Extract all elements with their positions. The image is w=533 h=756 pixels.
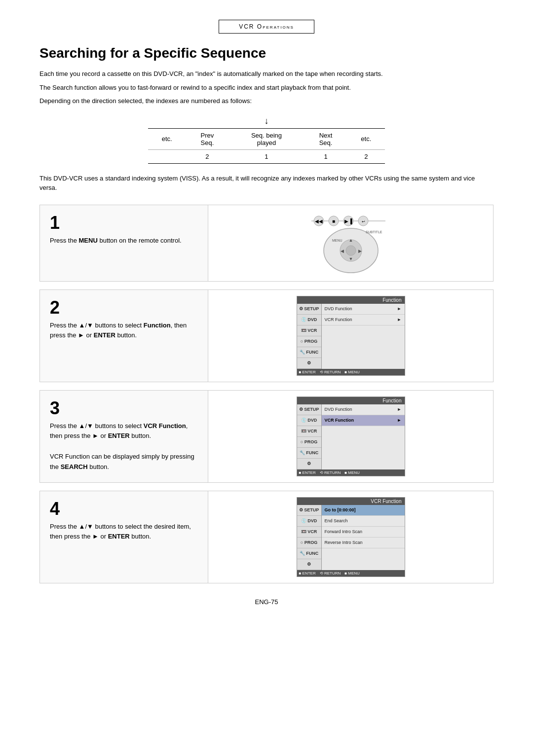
step-4-left: 4 Press the ▲/▼ buttons to select the de… [40, 491, 208, 583]
vcrf-extra: ⚙ [297, 559, 321, 570]
section-label: VCR Operations [219, 20, 314, 34]
vcrf-prog: ○ PROG [297, 538, 321, 548]
seq-cell: NextSeq. [305, 128, 347, 149]
vcr-left-column: ⚙ SETUP 💿 DVD 📼 VCR ○ PROG 🔧 FUNC ⚙ [297, 404, 322, 469]
vcr-function-label: VCR Function [325, 317, 352, 322]
svg-text:◀◀: ◀◀ [315, 218, 323, 224]
vcr-title: Function [297, 397, 405, 404]
function-menu-screen: Function ⚙ SETUP 💿 DVD 📼 VCR ○ PROG 🔧 FU… [297, 296, 405, 376]
menu-title: Function [297, 296, 405, 304]
vcrf-left-column: ⚙ SETUP 💿 DVD 📼 VCR ○ PROG 🔧 FUNC ⚙ [297, 505, 322, 570]
vcr-vcr-function: VCR Function ► [322, 415, 405, 426]
menu-vcr: 📼 VCR [297, 325, 321, 336]
vcrf-reverse-scan: Reverse Intro Scan [322, 538, 405, 548]
vcr-menu: ■ MENU [344, 470, 360, 475]
arrow-down: ↓ [148, 116, 385, 126]
step-1-number: 1 [50, 214, 198, 232]
step-2-left: 2 Press the ▲/▼ buttons to select Functi… [40, 290, 208, 382]
step-3-text: Press the ▲/▼ buttons to select VCR Func… [50, 421, 198, 472]
step-4-text: Press the ▲/▼ buttons to select the desi… [50, 522, 198, 542]
svg-text:◀: ◀ [340, 249, 343, 253]
endsearch-label: End Search [325, 518, 348, 523]
page-title: Searching for a Specific Sequence [39, 45, 494, 61]
vcr-dvd-arrow: ► [397, 407, 402, 412]
vcr-dvd-function: DVD Function ► [322, 404, 405, 415]
page-header: VCR Operations [39, 20, 494, 34]
step-2-number: 2 [50, 299, 198, 317]
seq-cell: Seq. beingplayed [228, 128, 304, 149]
remote-control-icon: ◀◀ ■ ▶▐ ↩ SUBTITLE MENU ▲ ▼ ◀ ▶ [302, 211, 400, 275]
intro-line2: The Search function allows you to fast-f… [39, 83, 494, 93]
seq-num: 1 [305, 149, 347, 163]
enter-label: ■ ENTER [299, 370, 316, 374]
vcr-vcr: 📼 VCR [297, 426, 321, 437]
vcrf-title: VCR Function [297, 498, 405, 505]
step-4-number: 4 [50, 500, 198, 518]
step-2-screen: Function ⚙ SETUP 💿 DVD 📼 VCR ○ PROG 🔧 FU… [208, 290, 493, 382]
svg-point-13 [346, 246, 356, 255]
svg-text:MENU: MENU [332, 239, 343, 242]
step-3-block: 3 Press the ▲/▼ buttons to select VCR Fu… [39, 390, 494, 483]
vcrf-goto: Go to [0:00:00] [322, 505, 405, 516]
svg-text:↩: ↩ [361, 219, 365, 224]
dvd-function-item: DVD Function ► [322, 304, 405, 315]
svg-text:■: ■ [332, 218, 335, 224]
vcr-function-arrow: ► [397, 317, 402, 322]
return-label: ⟲ RETURN [320, 370, 341, 374]
svg-text:▶: ▶ [358, 249, 361, 253]
menu-right-column: DVD Function ► VCR Function ► [322, 304, 405, 369]
vcr-setup: ⚙ SETUP [297, 404, 321, 415]
vcrf-dvd: 💿 DVD [297, 516, 321, 527]
menu-setup: ⚙ SETUP [297, 304, 321, 315]
vcr-function-item: VCR Function ► [322, 315, 405, 325]
vcr-function-menu-screen: Function ⚙ SETUP 💿 DVD 📼 VCR ○ PROG 🔧 FU… [297, 396, 405, 476]
seq-cell: PrevSeq. [186, 128, 228, 149]
reverse-scan-label: Reverse Intro Scan [325, 540, 363, 545]
intro-line1: Each time you record a cassette on this … [39, 69, 494, 79]
vcr-dvd-label: DVD Function [325, 407, 352, 412]
vcr-func: 🔧 FUNC [297, 448, 321, 459]
vcr-extra: ⚙ [297, 459, 321, 469]
vcr-return: ⟲ RETURN [320, 470, 341, 475]
menu-dvd: 💿 DVD [297, 315, 321, 325]
vcrf-setup: ⚙ SETUP [297, 505, 321, 516]
svg-text:SUBTITLE: SUBTITLE [366, 230, 382, 234]
vcrf-endsearch: End Search [322, 516, 405, 527]
viss-description: This DVD-VCR uses a standard indexing sy… [39, 174, 494, 193]
dvd-function-label: DVD Function [325, 306, 352, 311]
menu-extra: ⚙ [297, 358, 321, 369]
step-1-image: ◀◀ ■ ▶▐ ↩ SUBTITLE MENU ▲ ▼ ◀ ▶ [208, 205, 493, 281]
menu-label: ■ MENU [344, 370, 360, 374]
seq-num: 2 [186, 149, 228, 163]
seq-cell: etc. [148, 128, 186, 149]
vcr-dvd: 💿 DVD [297, 415, 321, 426]
vcrf-enter: ■ ENTER [299, 571, 316, 576]
vcrf-menu: ■ MENU [344, 571, 360, 576]
goto-label: Go to [0:00:00] [325, 507, 356, 512]
vcrf-footer: ■ ENTER ⟲ RETURN ■ MENU [297, 570, 405, 576]
svg-text:▼: ▼ [348, 256, 353, 261]
vcrf-return: ⟲ RETURN [320, 571, 341, 576]
step-4-screen: VCR Function ⚙ SETUP 💿 DVD 📼 VCR ○ PROG … [208, 491, 493, 583]
vcr-vcr-arrow: ► [397, 418, 402, 423]
sequence-diagram: ↓ etc. PrevSeq. Seq. beingplayed NextSeq… [148, 116, 385, 164]
step-2-text: Press the ▲/▼ buttons to select Function… [50, 321, 198, 341]
vcr-footer: ■ ENTER ⟲ RETURN ■ MENU [297, 469, 405, 476]
forward-scan-label: Forward Intro Scan [325, 529, 363, 534]
seq-num: 2 [347, 149, 385, 163]
step-3-number: 3 [50, 399, 198, 417]
menu-footer: ■ ENTER ⟲ RETURN ■ MENU [297, 369, 405, 375]
svg-text:▲: ▲ [348, 238, 353, 243]
step-1-left: 1 Press the MENU button on the remote co… [40, 205, 208, 281]
step-3-left: 3 Press the ▲/▼ buttons to select VCR Fu… [40, 391, 208, 482]
vcrf-vcr: 📼 VCR [297, 527, 321, 538]
vcrf-forward-scan: Forward Intro Scan [322, 527, 405, 538]
vcrf-right-column: Go to [0:00:00] End Search Forward Intro… [322, 505, 405, 570]
vcr-prog: ○ PROG [297, 437, 321, 448]
vcr-function-detail-screen: VCR Function ⚙ SETUP 💿 DVD 📼 VCR ○ PROG … [297, 497, 405, 577]
seq-num [148, 149, 186, 163]
step-2-block: 2 Press the ▲/▼ buttons to select Functi… [39, 289, 494, 382]
menu-func: 🔧 FUNC [297, 347, 321, 358]
vcrf-func: 🔧 FUNC [297, 548, 321, 559]
step-1-block: 1 Press the MENU button on the remote co… [39, 205, 494, 282]
